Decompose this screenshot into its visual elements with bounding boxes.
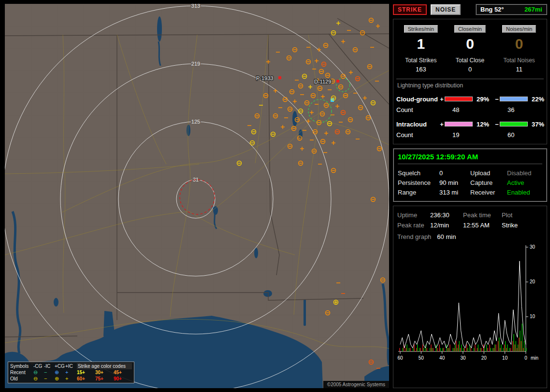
legend-cell: -IC bbox=[44, 363, 55, 369]
svg-text:50: 50 bbox=[419, 355, 424, 361]
uptime-label: Uptime bbox=[397, 211, 430, 219]
squelch-label: Squelch bbox=[398, 169, 439, 177]
persistence-label: Persistence bbox=[398, 179, 439, 186]
trend-graph: 1020306050403020100min bbox=[397, 241, 544, 371]
total-noises-value: 11 bbox=[494, 66, 544, 73]
legend-cell: +CG bbox=[55, 363, 65, 369]
upload-value: Disabled bbox=[507, 169, 542, 177]
divider bbox=[396, 79, 544, 79]
cloud-ground-row: Cloud-ground + 29% − 22% bbox=[396, 94, 544, 104]
bearing-range-readout: Bng 52° 267mi bbox=[476, 4, 547, 15]
noises-per-min-value: 0 bbox=[494, 36, 544, 52]
close-per-min-header: Close/min bbox=[454, 25, 486, 33]
map-legend: Symbols-CG-IC+CG+ICStrike age color code… bbox=[8, 362, 134, 383]
trend-axis-labels: 1020306050403020100min bbox=[397, 244, 538, 361]
mode-toolbar: STRIKE NOISE Bng 52° 267mi bbox=[393, 4, 547, 15]
legend-cell: − bbox=[44, 376, 55, 382]
total-noises-label: Total Noises bbox=[494, 57, 544, 64]
cg-negative-percent: 22% bbox=[530, 96, 546, 103]
legend-cell: ⊕ bbox=[55, 376, 65, 382]
legend-cell: Old bbox=[10, 376, 33, 382]
svg-text:60: 60 bbox=[397, 355, 403, 361]
plus-sign: + bbox=[439, 121, 445, 128]
count-label: Count bbox=[396, 131, 439, 139]
trend-window-value: 60 min bbox=[437, 233, 456, 240]
ic-negative-count: 60 bbox=[500, 131, 530, 139]
svg-text:40: 40 bbox=[439, 355, 445, 361]
peak-rate-value: 12/min bbox=[430, 222, 463, 229]
upload-label: Upload bbox=[470, 169, 507, 177]
stats-trend-panel: Uptime 236:30 Peak time Plot Peak rate 1… bbox=[393, 206, 547, 388]
datetime-display: 10/27/2025 12:59:20 AM bbox=[398, 152, 542, 164]
svg-text:219: 219 bbox=[191, 61, 200, 67]
legend-cell: -CG bbox=[33, 363, 44, 369]
bearing-value: Bng 52° bbox=[480, 6, 504, 13]
peak-time-label: Peak time bbox=[463, 211, 502, 219]
minus-sign: − bbox=[494, 96, 500, 103]
receiver-value: Enabled bbox=[507, 189, 542, 196]
close-per-min-value: 0 bbox=[446, 36, 495, 52]
svg-text:30: 30 bbox=[530, 244, 536, 250]
noises-counter: Noises/min 0 Total Noises 11 bbox=[494, 24, 544, 73]
legend-cell: 75+ bbox=[95, 376, 114, 382]
legend-cell: 60+ bbox=[77, 376, 95, 382]
strike-mode-button[interactable]: STRIKE bbox=[393, 4, 427, 15]
svg-text:20: 20 bbox=[481, 355, 487, 361]
intracloud-row: Intracloud + 12% − 37% bbox=[396, 119, 544, 129]
legend-cell: + bbox=[65, 369, 77, 376]
counters-panel: Strikes/min 1 Total Strikes 163 Close/mi… bbox=[393, 19, 547, 144]
status-row: Squelch 0 Upload Disabled bbox=[398, 168, 542, 178]
svg-text:10: 10 bbox=[530, 314, 536, 319]
svg-text:10: 10 bbox=[502, 355, 508, 361]
status-row: Range 313 mi Receiver Enabled bbox=[398, 187, 542, 197]
legend-cell: Recent bbox=[10, 369, 33, 376]
plot-label: Plot bbox=[502, 211, 543, 219]
close-counter: Close/min 0 Total Close 0 bbox=[446, 24, 495, 73]
map-panel: 31321912531 P-1933D-1129 Symbols-CG-IC+C… bbox=[5, 4, 389, 388]
ic-positive-percent: 12% bbox=[475, 121, 494, 128]
legend-cell: +IC bbox=[65, 363, 77, 369]
status-panel: 10/27/2025 12:59:20 AM Squelch 0 Upload … bbox=[393, 148, 547, 202]
capture-label: Capture bbox=[470, 179, 507, 186]
plot-value: Strike bbox=[502, 222, 543, 229]
cloud-ground-label: Cloud-ground bbox=[396, 96, 439, 103]
strikes-counter: Strikes/min 1 Total Strikes 163 bbox=[396, 24, 446, 73]
svg-text:0: 0 bbox=[524, 355, 527, 361]
noise-mode-button[interactable]: NOISE bbox=[431, 4, 461, 15]
intracloud-label: Intracloud bbox=[396, 121, 439, 128]
legend-cell: − bbox=[44, 369, 55, 376]
svg-text:125: 125 bbox=[191, 119, 200, 125]
cloud-ground-count-row: Count 48 36 bbox=[396, 104, 544, 115]
persistence-value: 90 min bbox=[439, 179, 470, 186]
count-label: Count bbox=[396, 106, 439, 113]
sidebar: STRIKE NOISE Bng 52° 267mi Strikes/min 1… bbox=[393, 4, 547, 388]
cg-positive-count: 48 bbox=[445, 106, 475, 113]
legend-cell: 45+ bbox=[114, 369, 132, 376]
squelch-value: 0 bbox=[439, 169, 470, 177]
legend-cell: + bbox=[65, 376, 77, 382]
legend-cell: ⊖ bbox=[33, 376, 44, 382]
legend-cell: ⊕ bbox=[55, 369, 65, 376]
noises-per-min-header: Noises/min bbox=[502, 25, 536, 33]
svg-text:D-1129: D-1129 bbox=[314, 79, 331, 84]
total-strikes-value: 163 bbox=[396, 66, 446, 73]
stats-row: Uptime 236:30 Peak time Plot bbox=[397, 210, 543, 220]
total-strikes-label: Total Strikes bbox=[396, 57, 446, 64]
legend-cell: 15+ bbox=[77, 369, 95, 376]
status-row: Persistence 90 min Capture Active bbox=[398, 178, 542, 187]
svg-text:313: 313 bbox=[191, 4, 200, 9]
peak-time-value: 12:55 AM bbox=[463, 222, 502, 229]
ic-positive-count: 19 bbox=[445, 131, 475, 139]
cg-negative-count: 36 bbox=[500, 106, 530, 113]
legend-cell: ⊖ bbox=[33, 369, 44, 376]
svg-text:30: 30 bbox=[460, 355, 466, 361]
ic-positive-bar bbox=[445, 122, 473, 126]
map-display[interactable]: 31321912531 P-1933D-1129 bbox=[5, 4, 389, 388]
range-value: 313 mi bbox=[439, 189, 470, 196]
distance-value: 267mi bbox=[524, 6, 542, 13]
capture-value: Active bbox=[507, 179, 542, 186]
cg-positive-bar bbox=[445, 97, 473, 101]
ic-negative-percent: 37% bbox=[530, 121, 546, 128]
copyright-text: ©2005 Astrogenic Systems bbox=[323, 381, 389, 388]
distribution-title: Lightning type distribution bbox=[397, 82, 544, 89]
